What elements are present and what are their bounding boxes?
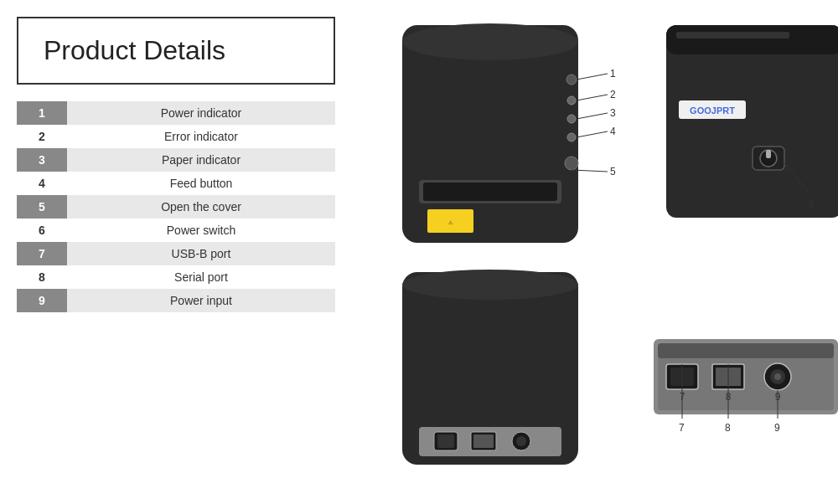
svg-rect-42 — [658, 343, 834, 358]
row-number: 7 — [17, 242, 67, 265]
table-row: 6Power switch — [17, 219, 335, 242]
svg-point-1 — [402, 23, 578, 60]
svg-point-8 — [565, 157, 578, 170]
svg-point-7 — [567, 133, 576, 141]
svg-rect-3 — [423, 183, 557, 201]
svg-text:5: 5 — [610, 166, 616, 177]
svg-text:2: 2 — [610, 89, 616, 100]
table-row: 7USB-B port — [17, 242, 335, 265]
row-number: 8 — [17, 265, 67, 289]
svg-rect-28 — [766, 150, 771, 158]
svg-point-6 — [567, 115, 576, 123]
row-number: 1 — [17, 101, 67, 125]
svg-rect-22 — [666, 25, 838, 54]
row-label: Power input — [67, 289, 335, 312]
svg-point-4 — [566, 75, 577, 85]
svg-text:9: 9 — [774, 422, 780, 434]
table-row: 9Power input — [17, 289, 335, 312]
left-panel: Product Details 1Power indicator2Error i… — [17, 17, 360, 487]
row-label: Power switch — [67, 219, 335, 242]
row-label: Open the cover — [67, 195, 335, 219]
svg-line-17 — [577, 131, 608, 137]
svg-text:3: 3 — [610, 107, 616, 119]
table-row: 1Power indicator — [17, 101, 335, 125]
svg-text:GOOJPRT: GOOJPRT — [690, 105, 735, 116]
svg-rect-34 — [437, 435, 454, 448]
row-label: Feed button — [67, 172, 335, 195]
row-label: Power indicator — [67, 101, 335, 125]
svg-rect-36 — [473, 435, 494, 448]
svg-text:6: 6 — [809, 198, 815, 210]
svg-point-49 — [774, 373, 781, 380]
product-details-box: Product Details — [17, 17, 335, 85]
row-number: 2 — [17, 125, 67, 148]
printer-diagram: ⚠ 1 2 3 4 5 GOOJPRT — [377, 17, 838, 486]
row-label: Serial port — [67, 265, 335, 289]
svg-text:1: 1 — [610, 68, 616, 80]
svg-line-11 — [577, 74, 608, 80]
row-number: 6 — [17, 219, 67, 242]
svg-line-13 — [577, 95, 608, 100]
table-row: 4Feed button — [17, 172, 335, 195]
svg-rect-23 — [676, 32, 789, 39]
row-number: 4 — [17, 172, 67, 195]
svg-point-38 — [516, 436, 526, 446]
row-number: 9 — [17, 289, 67, 312]
svg-text:8: 8 — [725, 422, 731, 434]
right-panel: ⚠ 1 2 3 4 5 GOOJPRT — [377, 17, 838, 487]
svg-point-5 — [567, 96, 576, 105]
row-number: 3 — [17, 148, 67, 172]
details-table: 1Power indicator2Error indicator3Paper i… — [17, 101, 335, 312]
svg-text:4: 4 — [610, 126, 616, 137]
row-label: Paper indicator — [67, 148, 335, 172]
table-row: 3Paper indicator — [17, 148, 335, 172]
table-row: 8Serial port — [17, 265, 335, 289]
row-number: 5 — [17, 195, 67, 219]
table-row: 2Error indicator — [17, 125, 335, 148]
table-row: 5Open the cover — [17, 195, 335, 219]
svg-line-15 — [577, 113, 608, 119]
row-label: USB-B port — [67, 242, 335, 265]
svg-text:7: 7 — [679, 422, 685, 434]
svg-point-39 — [402, 270, 578, 300]
product-details-title: Product Details — [44, 35, 308, 66]
row-label: Error indicator — [67, 125, 335, 148]
